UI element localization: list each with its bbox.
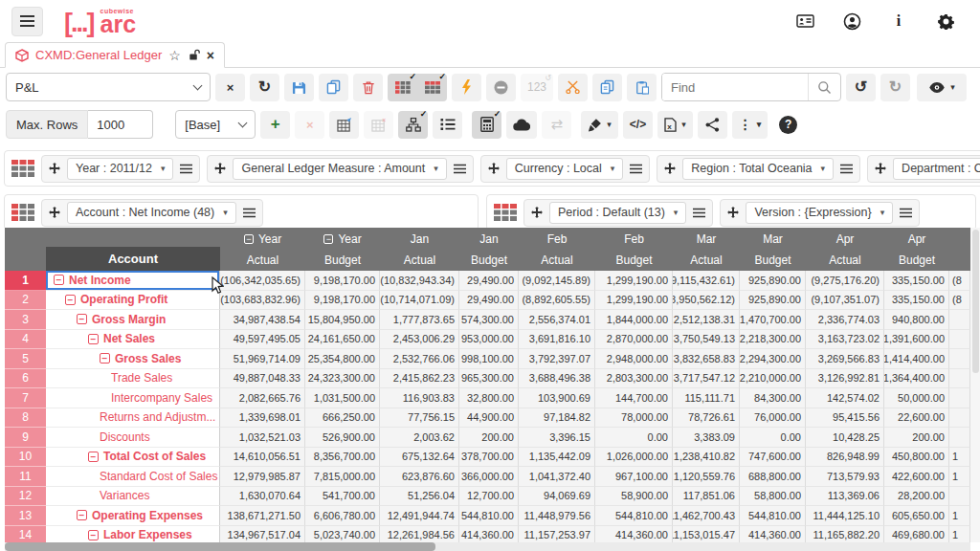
value-cell[interactable]: 117,851.06 xyxy=(673,487,740,507)
value-cell[interactable]: 113,369.06 xyxy=(806,487,884,507)
row-number[interactable]: 1 xyxy=(5,271,46,291)
value-cell[interactable]: (9,092,145.89) xyxy=(519,271,595,291)
value-cell[interactable]: (10,714,071.09) xyxy=(380,291,459,311)
value-cell[interactable]: 2,532,766.06 xyxy=(380,349,459,369)
value-cell[interactable]: 3,688,496.38 xyxy=(519,369,595,389)
collapse-icon[interactable]: − xyxy=(100,353,110,364)
value-cell[interactable]: 3,750,549.13 xyxy=(673,330,740,350)
row-number[interactable]: 3 xyxy=(5,310,46,330)
value-cell[interactable]: 925,890.00 xyxy=(740,271,806,291)
value-cell[interactable]: 2,415,862.23 xyxy=(380,369,459,389)
columns-axis-icon[interactable] xyxy=(494,204,517,222)
value-cell[interactable]: 77,756.15 xyxy=(380,408,459,429)
hierarchy-view-toggle[interactable] xyxy=(398,111,428,139)
vertical-scrollbar-thumb[interactable] xyxy=(972,230,979,373)
col-header-jan-budget[interactable]: JanBudget xyxy=(459,228,519,271)
col-header-feb-actual[interactable]: FebActual xyxy=(519,228,595,271)
value-cell[interactable]: 747,600.00 xyxy=(740,448,806,468)
column-dimension-toggle[interactable] xyxy=(417,74,447,101)
value-cell[interactable]: (8,950,562.12) xyxy=(673,291,740,311)
dim-chip-version[interactable]: Version : {Expression}▾ xyxy=(720,199,920,227)
value-cell[interactable]: 2,210,000.00 xyxy=(740,369,806,389)
redo-button[interactable]: ↻ xyxy=(880,74,910,101)
row-number[interactable]: 6 xyxy=(5,369,46,389)
subset-list-icon[interactable] xyxy=(180,164,192,174)
collapse-icon[interactable]: − xyxy=(88,452,99,462)
value-cell[interactable]: 9,198,170.00 xyxy=(305,271,380,291)
value-cell[interactable]: 103,900.69 xyxy=(519,388,595,408)
value-cell[interactable]: 1,120,559.76 xyxy=(673,467,740,487)
value-cell[interactable]: 3,717,547.12 xyxy=(673,369,740,389)
value-cell[interactable]: 29,490.00 xyxy=(459,291,519,311)
value-cell[interactable]: 15,804,950.00 xyxy=(305,310,380,330)
value-cell[interactable]: 6,606,780.00 xyxy=(305,506,380,526)
value-cell[interactable]: 526,900.00 xyxy=(305,428,380,448)
value-cell[interactable]: 675,132.64 xyxy=(380,448,459,468)
account-cell[interactable]: −Operating Profit xyxy=(46,291,220,311)
account-cell[interactable]: −Operating Expenses xyxy=(46,506,220,526)
value-cell[interactable]: 12,491,944.74 xyxy=(380,506,459,526)
undo-button[interactable]: ↺ xyxy=(846,74,876,101)
value-cell[interactable]: 1,299,190.00 xyxy=(595,271,673,291)
value-cell[interactable]: 940,800.00 xyxy=(884,310,949,330)
value-cell-clipped[interactable] xyxy=(949,369,970,389)
fill-handle[interactable] xyxy=(214,285,219,290)
value-cell[interactable]: 28,200.00 xyxy=(884,487,949,507)
info-icon[interactable]: i xyxy=(889,11,908,31)
value-cell[interactable]: 967,100.00 xyxy=(595,467,673,487)
dim-chip-account[interactable]: Account : Net Income (48)▾ xyxy=(41,199,263,227)
value-cell-clipped[interactable]: (8 xyxy=(949,271,970,291)
row-dimension-toggle[interactable] xyxy=(388,74,417,101)
value-cell-clipped[interactable]: 1 xyxy=(949,448,970,468)
value-cell[interactable]: 24,323,300.00 xyxy=(305,369,380,389)
value-cell[interactable]: (10,832,943.34) xyxy=(380,271,459,291)
value-cell[interactable]: 605,650.00 xyxy=(884,506,949,526)
value-cell[interactable]: 78,000.00 xyxy=(595,408,673,429)
value-cell[interactable]: 422,600.00 xyxy=(884,467,949,487)
value-cell[interactable]: 51,969,714.09 xyxy=(220,349,305,369)
user-icon[interactable] xyxy=(842,11,861,31)
move-icon[interactable] xyxy=(875,163,886,174)
more-options-dropdown[interactable]: ⋮▾ xyxy=(732,111,768,139)
value-cell[interactable]: 925,890.00 xyxy=(740,291,806,311)
value-cell[interactable]: 3,163,723.02 xyxy=(806,330,884,350)
value-cell[interactable]: 11,444,125.10 xyxy=(806,506,884,526)
value-cell[interactable]: 2,556,374.01 xyxy=(519,310,595,330)
value-cell[interactable]: 3,792,397.07 xyxy=(519,349,595,369)
account-cell[interactable]: −Total Cost of Sales xyxy=(46,448,220,468)
value-cell[interactable]: 142,574.02 xyxy=(806,388,884,408)
value-cell[interactable]: 49,597,495.05 xyxy=(220,330,305,350)
value-cell[interactable]: 51,256.04 xyxy=(380,487,459,507)
row-number[interactable]: 8 xyxy=(5,408,46,429)
max-rows-input[interactable] xyxy=(88,110,153,139)
row-number[interactable]: 10 xyxy=(5,448,46,468)
value-cell[interactable]: 1,391,600.00 xyxy=(884,330,949,350)
value-cell[interactable]: 3,691,816.10 xyxy=(519,330,595,350)
value-cell[interactable]: 58,800.00 xyxy=(740,487,806,507)
value-cell[interactable]: 544,810.00 xyxy=(459,506,519,526)
search-icon[interactable] xyxy=(808,74,840,100)
dim-chip-period[interactable]: Period : Default (13)▾ xyxy=(523,199,713,227)
value-cell[interactable]: 366,000.00 xyxy=(459,467,519,487)
value-cell[interactable]: 115,111.71 xyxy=(673,388,740,408)
subset-list-icon[interactable] xyxy=(840,164,853,174)
row-number[interactable]: 9 xyxy=(5,428,46,448)
value-cell-clipped[interactable] xyxy=(949,408,970,429)
account-cell[interactable]: Discounts xyxy=(46,428,220,448)
share-button[interactable] xyxy=(698,111,727,139)
value-cell[interactable]: 953,000.00 xyxy=(459,330,519,350)
value-cell[interactable]: 1,364,400.00 xyxy=(884,369,949,389)
value-cell[interactable]: 1,041,372.40 xyxy=(519,467,595,487)
value-cell[interactable]: 1,299,190.00 xyxy=(595,291,673,311)
row-number[interactable]: 4 xyxy=(5,330,46,350)
move-icon[interactable] xyxy=(214,163,226,174)
value-cell-clipped[interactable] xyxy=(949,487,970,507)
subset-mode-select[interactable]: [Base] xyxy=(175,110,256,139)
number-format-button[interactable]: 123↺ xyxy=(521,74,553,101)
cloud-download-button[interactable] xyxy=(506,111,537,139)
value-cell-clipped[interactable]: (8 xyxy=(949,291,970,311)
value-cell[interactable]: 2,803,300.00 xyxy=(595,369,673,389)
hamburger-menu-button[interactable] xyxy=(11,7,43,36)
account-cell[interactable]: −Gross Sales xyxy=(46,349,220,369)
collapse-icon[interactable]: − xyxy=(88,530,99,540)
